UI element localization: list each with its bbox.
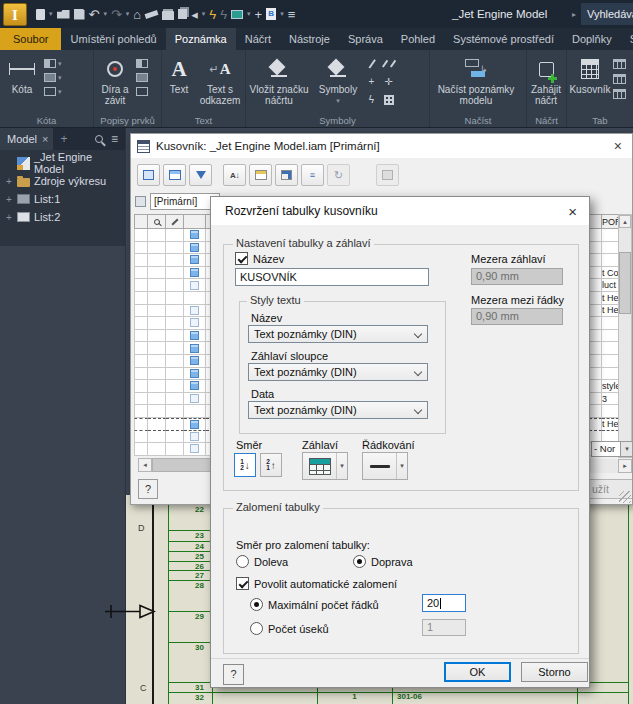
home-icon[interactable]: ⌂	[133, 8, 141, 21]
row-spacing-button[interactable]: ▾	[362, 452, 408, 480]
parts-window-titlebar[interactable]: Kusovník: _Jet Engine Model.iam [Primárn…	[131, 134, 632, 158]
expand-icon[interactable]: +	[5, 194, 13, 205]
member-edit-button[interactable]	[376, 164, 399, 186]
auto-wrap-checkbox[interactable]	[236, 577, 249, 590]
column-chooser-button[interactable]	[163, 164, 186, 186]
ribbon-tab-pohled[interactable]: Pohled	[392, 28, 444, 50]
start-sketch-button[interactable]: Zahájit náčrt	[527, 52, 565, 112]
expand-icon[interactable]: +	[5, 176, 13, 187]
tree-item-list-2[interactable]: +List:2	[0, 208, 125, 226]
title-checkbox[interactable]	[235, 252, 248, 265]
parts-window-close-icon[interactable]: ×	[614, 139, 632, 153]
dropdown-caret-icon[interactable]: ▾	[247, 10, 251, 18]
table-title-input[interactable]: KUSOVNÍK	[235, 268, 429, 286]
sections-radio[interactable]	[250, 622, 263, 635]
ilogic-trigger-icon[interactable]: ϟ	[209, 8, 216, 21]
ribbon-tab-um-st-n-pohled[interactable]: Umístění pohledů	[61, 28, 165, 50]
dimension-button[interactable]: Kóta	[0, 52, 44, 112]
previous-view-icon[interactable]: ◂	[191, 8, 198, 21]
insert-sketch-symbol-button[interactable]: Vložit značku náčrtu	[246, 52, 312, 112]
cell-style-combo[interactable]: - Nor	[591, 441, 621, 457]
expand-icon[interactable]: +	[5, 212, 13, 223]
style-title-dropdown[interactable]: Text poznámky (DIN)	[248, 325, 428, 343]
open-icon[interactable]	[57, 10, 70, 19]
print-icon[interactable]	[162, 11, 174, 20]
table-mini-buttons[interactable]	[613, 52, 626, 99]
vertical-scrollbar[interactable]: ▴ ▾	[618, 214, 632, 458]
parts-list-button[interactable]: Kusovník	[567, 52, 613, 112]
add-browser-tab-icon[interactable]: +	[53, 132, 74, 146]
hole-thread-button[interactable]: Díra a závit	[94, 52, 136, 112]
ribbon-tab-soubor[interactable]: Soubor	[0, 28, 61, 50]
leader-text-button[interactable]: ↵A Text s odkazem	[196, 52, 244, 112]
wrap-left-radio[interactable]	[236, 555, 249, 568]
dropdown-caret-icon[interactable]: ▾	[103, 10, 107, 18]
ribbon-tab-n-rt[interactable]: Náčrt	[236, 28, 280, 50]
ribbon-tab-dopl-ky[interactable]: Doplňky	[563, 28, 621, 50]
ribbon-tab-spr-va[interactable]: Správa	[339, 28, 392, 50]
dropdown-caret-icon[interactable]: ▾	[126, 10, 130, 18]
dialog-titlebar[interactable]: Rozvržení tabulky kusovníku ×	[211, 197, 589, 225]
view-filter-icon[interactable]	[135, 196, 146, 207]
measure-icon[interactable]	[145, 10, 159, 19]
style-header-dropdown[interactable]: Text poznámky (DIN)	[248, 363, 428, 381]
cancel-button[interactable]: Storno	[521, 662, 588, 682]
dimension-mini-buttons[interactable]: ▾ ▾ ▾	[44, 52, 62, 96]
undo-icon[interactable]: ↶	[89, 8, 100, 21]
dialog-close-icon[interactable]: ×	[568, 203, 589, 220]
ribbon-tab-pozn-mka[interactable]: Poznámka	[166, 28, 236, 50]
filter-button[interactable]	[189, 164, 212, 186]
max-rows-input[interactable]: 20	[422, 594, 466, 612]
new-file-icon[interactable]	[36, 9, 45, 20]
style-data-dropdown[interactable]: Text poznámky (DIN)	[248, 401, 428, 419]
tree-item-jet-engine-model[interactable]: _Jet Engine Model	[0, 154, 125, 172]
dialog-help-button[interactable]: ?	[223, 664, 244, 685]
max-rows-radio[interactable]	[250, 598, 263, 611]
combo-dropdown-icon[interactable]: ▾	[621, 441, 633, 457]
direction-up-button[interactable]: 21↑	[260, 453, 282, 477]
ilogic-rules-icon[interactable]: ϟ	[220, 8, 227, 21]
dropdown-caret-icon[interactable]: ▾	[280, 10, 284, 18]
scroll-right-icon[interactable]: ▸	[618, 459, 632, 473]
redo-icon[interactable]: ↷	[111, 8, 122, 21]
ribbon-tab-spolupra[interactable]: Spolupra	[621, 28, 633, 50]
heading-placement-button[interactable]: ▾	[302, 452, 348, 480]
wrap-right-radio[interactable]	[353, 555, 366, 568]
vscroll-thumb[interactable]	[619, 252, 631, 314]
symbol-mini-buttons[interactable]: +✛ ϟ	[364, 52, 396, 106]
export-window-button[interactable]	[137, 164, 160, 186]
ribbon-tab-n-stroje[interactable]: Nástroje	[280, 28, 339, 50]
add-icon[interactable]: +	[255, 8, 263, 21]
scroll-left-icon[interactable]: ◂	[138, 458, 152, 472]
close-panel-icon[interactable]: ×	[42, 128, 48, 150]
save-icon[interactable]	[74, 9, 85, 20]
browser-menu-icon[interactable]: ≡	[111, 132, 118, 146]
resize-grip[interactable]	[619, 491, 631, 503]
ren-number-button[interactable]: ≡	[301, 164, 324, 186]
text-button[interactable]: A Text	[162, 52, 196, 112]
idoc-icon[interactable]: B	[266, 8, 276, 20]
browser-tab-model[interactable]: Model ×	[0, 128, 53, 150]
ok-button[interactable]: OK	[444, 662, 511, 682]
dropdown-caret-icon[interactable]: ▾	[202, 10, 206, 18]
update-button[interactable]: ↻	[327, 164, 350, 186]
qat-customize-icon[interactable]: ≡	[288, 8, 296, 21]
inventor-logo[interactable]: I	[3, 3, 27, 26]
table-layout-button[interactable]	[275, 164, 298, 186]
hscroll-track-right[interactable]	[591, 459, 618, 473]
symbols-button[interactable]: Symboly ▾	[312, 52, 364, 112]
dropdown-caret-icon[interactable]: ▾	[49, 10, 53, 18]
direction-down-button[interactable]: 12↓	[234, 453, 256, 477]
search-expand-icon[interactable]: ▸	[572, 10, 576, 19]
filter-row-edit-icon[interactable]	[166, 214, 184, 229]
ribbon-tab-syst-mov-prost-ed[interactable]: Systémové prostředí	[444, 28, 563, 50]
parts-window-help-button[interactable]: ?	[138, 479, 158, 499]
annotation-mini-buttons[interactable]	[136, 52, 148, 96]
search-input[interactable]: Vyhledáva	[581, 3, 633, 25]
viewport-icon[interactable]	[231, 10, 243, 19]
browser-search-icon[interactable]	[95, 135, 103, 143]
filter-row-search-icon[interactable]	[148, 214, 166, 229]
retrieve-model-annotations-button[interactable]: ↳ Načíst poznámky modelu	[430, 52, 522, 112]
sort-button[interactable]: A↓	[223, 164, 246, 186]
copy-icon[interactable]	[178, 9, 187, 19]
